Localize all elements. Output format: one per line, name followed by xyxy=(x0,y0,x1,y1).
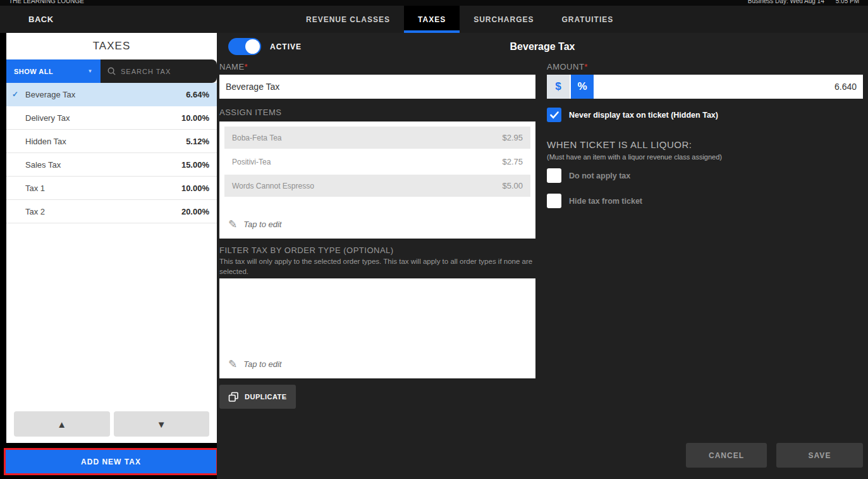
tax-rate: 6.64% xyxy=(186,90,209,99)
tab-revenue-classes[interactable]: REVENUE CLASSES xyxy=(292,6,404,33)
item-name: Positivi-Tea xyxy=(232,158,271,166)
tax-row-delivery-tax[interactable]: Delivery Tax 10.00% xyxy=(6,106,217,130)
do-not-apply-tax-label: Do not apply tax xyxy=(569,171,630,180)
scroll-up-button[interactable]: ▲ xyxy=(14,411,110,437)
tax-row-hidden-tax[interactable]: Hidden Tax 5.12% xyxy=(6,130,217,153)
taxes-panel-controls: SHOW ALL ▼ xyxy=(6,59,217,83)
down-arrow-icon: ▼ xyxy=(157,419,166,430)
back-button[interactable]: BACK xyxy=(28,6,54,33)
detail-title: Beverage Tax xyxy=(217,41,868,53)
tax-rate: 10.00% xyxy=(181,113,209,123)
pencil-icon: ✎ xyxy=(228,218,237,231)
tax-name: Delivery Tax xyxy=(25,113,70,123)
assign-items-label: ASSIGN ITEMS xyxy=(219,108,281,117)
cancel-button[interactable]: CANCEL xyxy=(686,443,767,468)
tax-settings-screen: THE LEARNING LOUNGE Business Day: Wed Au… xyxy=(0,0,868,479)
hidden-tax-checkbox-label: Never display tax on ticket (Hidden Tax) xyxy=(569,111,718,120)
tax-row-tax-2[interactable]: Tax 2 20.00% xyxy=(6,200,217,223)
check-icon: ✓ xyxy=(12,90,18,99)
tax-row-tax-1[interactable]: Tax 1 10.00% xyxy=(6,177,217,200)
tab-taxes[interactable]: TAXES xyxy=(404,6,460,33)
tax-row-beverage-tax[interactable]: ✓ Beverage Tax 6.64% xyxy=(6,83,217,106)
search-icon xyxy=(107,66,116,76)
taxes-panel-title: TAXES xyxy=(6,33,217,59)
item-name: Words Cannot Espresso xyxy=(232,182,314,190)
tab-bar: REVENUE CLASSES TAXES SURCHARGES GRATUIT… xyxy=(292,6,627,33)
tax-rate: 15.00% xyxy=(181,160,209,170)
hide-tax-from-ticket-row[interactable]: Hide tax from ticket xyxy=(547,194,642,208)
hidden-tax-checkbox-row[interactable]: Never display tax on ticket (Hidden Tax) xyxy=(547,108,718,122)
assigned-item-row[interactable]: Boba-Feta Tea $2.95 xyxy=(224,127,530,149)
duplicate-icon xyxy=(228,392,239,402)
dollar-mode-button[interactable]: $ xyxy=(547,75,570,99)
filter-order-type-label: FILTER TAX BY ORDER TYPE (OPTIONAL) xyxy=(219,246,394,255)
status-strip: THE LEARNING LOUNGE Business Day: Wed Au… xyxy=(0,0,868,6)
tax-rate: 20.00% xyxy=(181,207,209,216)
item-price: $2.75 xyxy=(502,157,523,166)
checkbox-unchecked[interactable] xyxy=(547,194,561,208)
scroll-down-button[interactable]: ▼ xyxy=(114,411,210,437)
clock: 5:05 PM xyxy=(836,0,859,4)
pencil-icon: ✎ xyxy=(228,358,237,371)
assign-items-tap-to-edit[interactable]: ✎ Tap to edit xyxy=(224,215,530,233)
tap-to-edit-label: Tap to edit xyxy=(243,359,281,369)
do-not-apply-tax-row[interactable]: Do not apply tax xyxy=(547,168,630,183)
amount-field-row: $ % xyxy=(547,75,863,99)
list-scroll-controls: ▲ ▼ xyxy=(6,406,217,443)
tax-list: ✓ Beverage Tax 6.64% Delivery Tax 10.00%… xyxy=(6,83,217,406)
search-box xyxy=(101,59,217,83)
tax-name-input[interactable] xyxy=(219,75,535,99)
tax-detail-panel: ACTIVE Beverage Tax NAME* ASSIGN ITEMS B… xyxy=(217,33,868,479)
tax-name: Hidden Tax xyxy=(25,137,66,146)
tax-name: Tax 1 xyxy=(25,184,45,193)
amount-input[interactable] xyxy=(594,75,863,99)
name-label: NAME* xyxy=(219,62,248,72)
tax-row-sales-tax[interactable]: Sales Tax 15.00% xyxy=(6,153,217,177)
checkbox-checked[interactable] xyxy=(547,108,561,122)
check-icon xyxy=(550,111,559,119)
tab-gratuities[interactable]: GRATUITIES xyxy=(548,6,628,33)
show-all-dropdown[interactable]: SHOW ALL ▼ xyxy=(6,59,101,83)
amount-label: AMOUNT* xyxy=(547,62,588,72)
assigned-items-panel: Boba-Feta Tea $2.95 Positivi-Tea $2.75 W… xyxy=(219,121,535,239)
tap-to-edit-label: Tap to edit xyxy=(243,220,281,229)
taxes-panel: TAXES SHOW ALL ▼ ✓ Beverage Tax 6.64% xyxy=(6,33,217,443)
filter-order-type-description: This tax will only apply to the selected… xyxy=(219,257,535,277)
order-type-tap-to-edit[interactable]: ✎ Tap to edit xyxy=(224,355,530,373)
show-all-label: SHOW ALL xyxy=(14,68,53,75)
percent-mode-button[interactable]: % xyxy=(571,75,594,99)
liquor-section-heading: WHEN TICKET IS ALL LIQUOR: xyxy=(547,139,692,150)
checkbox-unchecked[interactable] xyxy=(547,168,561,183)
navbar: BACK REVENUE CLASSES TAXES SURCHARGES GR… xyxy=(0,6,868,33)
required-asterisk: * xyxy=(245,62,248,72)
business-day: Business Day: Wed Aug 14 xyxy=(748,0,824,4)
duplicate-label: DUPLICATE xyxy=(245,393,287,401)
item-price: $5.00 xyxy=(502,181,523,190)
tax-rate: 10.00% xyxy=(181,184,209,193)
add-new-tax-button[interactable]: ADD NEW TAX xyxy=(4,448,218,475)
liquor-section-subtext: (Must have an item with a liquor revenue… xyxy=(547,153,722,161)
tax-rate: 5.12% xyxy=(186,137,209,146)
assigned-item-row[interactable]: Positivi-Tea $2.75 xyxy=(224,151,530,173)
assigned-item-row[interactable]: Words Cannot Espresso $5.00 xyxy=(224,175,530,197)
duplicate-button[interactable]: DUPLICATE xyxy=(219,385,296,409)
up-arrow-icon: ▲ xyxy=(57,419,66,430)
order-type-filter-panel: ✎ Tap to edit xyxy=(219,278,535,378)
search-tax-input[interactable] xyxy=(121,68,211,75)
required-asterisk: * xyxy=(584,62,588,72)
tax-name: Beverage Tax xyxy=(25,90,75,99)
chevron-down-icon: ▼ xyxy=(88,68,93,74)
tax-name: Sales Tax xyxy=(25,160,61,170)
hide-tax-from-ticket-label: Hide tax from ticket xyxy=(569,197,642,206)
item-price: $2.95 xyxy=(502,133,523,142)
item-name: Boba-Feta Tea xyxy=(232,134,282,142)
tax-name: Tax 2 xyxy=(25,207,45,216)
venue-name: THE LEARNING LOUNGE xyxy=(9,0,84,4)
save-button[interactable]: SAVE xyxy=(776,443,863,468)
tab-surcharges[interactable]: SURCHARGES xyxy=(460,6,547,33)
